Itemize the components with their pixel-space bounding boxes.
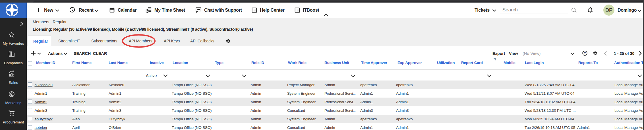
svg-text:?: ? [584,51,586,55]
